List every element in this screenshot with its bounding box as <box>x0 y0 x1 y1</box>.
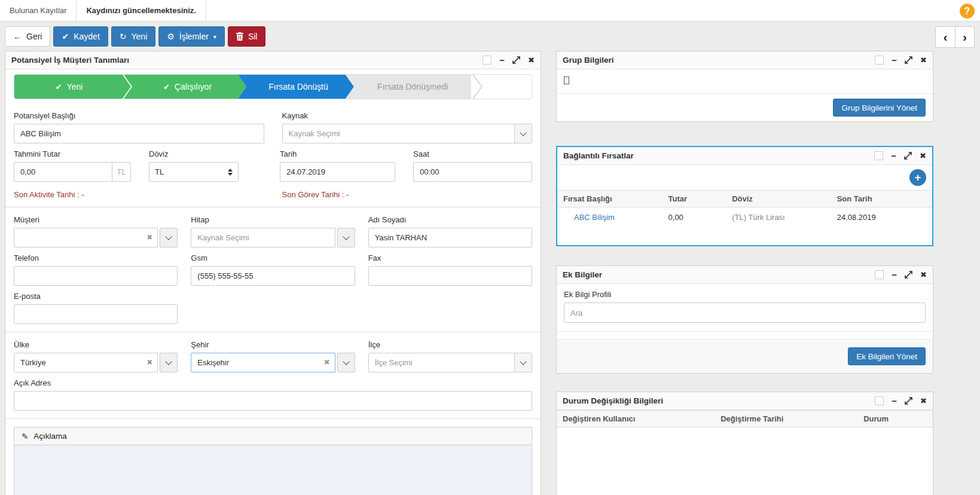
field-saat: Saat <box>413 149 532 182</box>
aciklama-header: ✎ Açıklama <box>14 427 532 445</box>
close-icon[interactable]: ✖ <box>920 271 927 279</box>
field-label: Ülke <box>14 340 178 349</box>
stage-firsata-donusmedi[interactable]: Fırsata Dönüşmedi <box>346 75 471 99</box>
saat-input[interactable] <box>413 162 532 182</box>
table-row[interactable]: ABC Bilişim 0,00 (TL) Türk Lirası 24.08.… <box>557 207 932 228</box>
trash-icon <box>236 32 243 41</box>
clear-icon[interactable]: ✖ <box>324 358 330 366</box>
back-button[interactable]: ← Geri <box>5 26 50 47</box>
tahmini-tutar-input[interactable] <box>14 162 112 182</box>
tab-current-record[interactable]: Kaydınızı güncellemektesiniz. <box>76 0 206 21</box>
kaynak-dropdown-button[interactable] <box>514 124 532 143</box>
acik-adres-input[interactable] <box>14 391 532 411</box>
fax-input[interactable] <box>368 266 532 286</box>
next-record-button[interactable]: › <box>955 26 975 48</box>
operations-button-label: İşlemler <box>179 32 209 41</box>
extra-info-footer: Ek Bilgileri Yönet <box>557 340 933 373</box>
eposta-input[interactable] <box>14 304 178 324</box>
clear-icon[interactable]: ✖ <box>146 358 152 366</box>
hitap-dropdown-button[interactable] <box>337 228 355 248</box>
toolbar: ← Geri ✔ Kaydet ↻ Yeni ⚙ İşlemler ▾ Sil … <box>0 22 980 51</box>
expand-icon[interactable] <box>512 56 520 64</box>
ulke-dropdown-button[interactable] <box>160 353 178 372</box>
window-controls: − ✖ <box>875 56 927 65</box>
kaynak-select[interactable] <box>282 124 515 143</box>
help-icon[interactable]: ? <box>960 4 975 19</box>
field-tahmini-tutar: Tahmini Tutar TL <box>14 149 131 182</box>
field-label: Müşteri <box>14 215 178 224</box>
expand-icon[interactable] <box>905 397 912 405</box>
chevron-down-icon <box>166 233 172 240</box>
musteri-combo-input[interactable] <box>14 228 158 248</box>
manage-extra-info-button[interactable]: Ek Bilgileri Yönet <box>848 347 926 365</box>
check-icon: ✔ <box>56 82 62 91</box>
gsm-input[interactable] <box>191 266 355 286</box>
hitap-select[interactable] <box>191 228 335 248</box>
potansiyel-basligi-input[interactable] <box>14 124 264 143</box>
profile-search-input[interactable] <box>564 302 926 323</box>
close-icon[interactable]: ✖ <box>920 56 927 64</box>
close-icon[interactable]: ✖ <box>920 397 927 405</box>
column-header: Değiştiren Kullanıcı <box>557 411 715 427</box>
operations-button[interactable]: ⚙ İşlemler ▾ <box>158 26 225 47</box>
group-info-footer: Grup Bilgilerini Yönet <box>557 94 933 121</box>
new-button[interactable]: ↻ Yeni <box>111 26 155 47</box>
stage-firsata-donustu[interactable]: Fırsata Dönüştü <box>238 75 354 99</box>
opportunity-amount: 0,00 <box>663 207 726 228</box>
aciklama-textarea[interactable] <box>14 445 532 495</box>
manage-groups-button[interactable]: Grup Bilgilerini Yönet <box>833 99 926 117</box>
new-button-label: Yeni <box>132 32 148 41</box>
add-opportunity-button[interactable]: + <box>909 169 926 186</box>
musteri-dropdown-button[interactable] <box>160 228 178 248</box>
ilce-select[interactable] <box>368 353 515 372</box>
opportunity-link[interactable]: ABC Bilişim <box>557 207 663 228</box>
ilce-dropdown-button[interactable] <box>514 353 532 372</box>
caret-down-icon: ▾ <box>213 33 216 40</box>
expand-icon[interactable] <box>905 56 912 64</box>
stage-calisiliyor[interactable]: ✔ Çalışılıyor <box>124 75 246 99</box>
field-label: Hitap <box>191 215 355 224</box>
save-button[interactable]: ✔ Kaydet <box>53 26 108 47</box>
doviz-value: TL <box>155 167 164 176</box>
previous-record-button[interactable]: ‹ <box>935 26 955 48</box>
currency-addon: TL <box>112 162 131 182</box>
doviz-select[interactable]: TL <box>149 162 239 182</box>
panel-select-checkbox[interactable] <box>874 151 883 160</box>
field-label: Potansiyel Başlığı <box>14 111 264 120</box>
telefon-input[interactable] <box>14 266 178 286</box>
adi-soyadi-input[interactable] <box>368 228 532 248</box>
ulke-combo-input[interactable] <box>14 353 158 372</box>
sehir-combo-input[interactable] <box>191 353 335 372</box>
linked-opportunities-panel: Bağlantılı Fırsatlar − ✖ + Fırsat Başlığ… <box>556 146 933 246</box>
panel-select-checkbox[interactable] <box>875 56 884 65</box>
minimize-icon[interactable]: − <box>499 56 505 65</box>
expand-icon[interactable] <box>904 152 912 160</box>
column-header: Değiştirme Tarihi <box>715 411 857 427</box>
sehir-dropdown-button[interactable] <box>337 353 355 372</box>
minimize-icon[interactable]: − <box>892 56 897 65</box>
field-label: Gsm <box>191 253 355 262</box>
chevron-down-icon <box>166 358 172 365</box>
tarih-input[interactable] <box>280 162 395 182</box>
panel-select-checkbox[interactable] <box>483 56 491 65</box>
minimize-icon[interactable]: − <box>892 396 897 405</box>
record-pager: ‹ › <box>935 26 975 48</box>
tab-bar: Bulunan Kayıtlar Kaydınızı güncellemekte… <box>0 0 980 22</box>
minimize-icon[interactable]: − <box>891 151 896 160</box>
panel-select-checkbox[interactable] <box>875 270 884 279</box>
panel-select-checkbox[interactable] <box>875 396 884 405</box>
column-header: Son Tarih <box>831 191 932 207</box>
expand-icon[interactable] <box>905 271 912 279</box>
field-telefon: Telefon <box>14 253 178 286</box>
aciklama-panel: ✎ Açıklama <box>14 427 532 495</box>
empty-value-glyph <box>564 77 569 84</box>
tab-found-records[interactable]: Bulunan Kayıtlar <box>0 0 76 21</box>
clear-icon[interactable]: ✖ <box>146 233 152 242</box>
delete-button[interactable]: Sil <box>228 26 266 47</box>
close-icon[interactable]: ✖ <box>528 56 535 64</box>
column-header: Fırsat Başlığı <box>557 191 663 207</box>
close-icon[interactable]: ✖ <box>920 152 926 160</box>
minimize-icon[interactable]: − <box>892 270 897 279</box>
stage-yeni[interactable]: ✔ Yeni <box>14 75 131 99</box>
status-change-empty-body <box>557 427 933 495</box>
